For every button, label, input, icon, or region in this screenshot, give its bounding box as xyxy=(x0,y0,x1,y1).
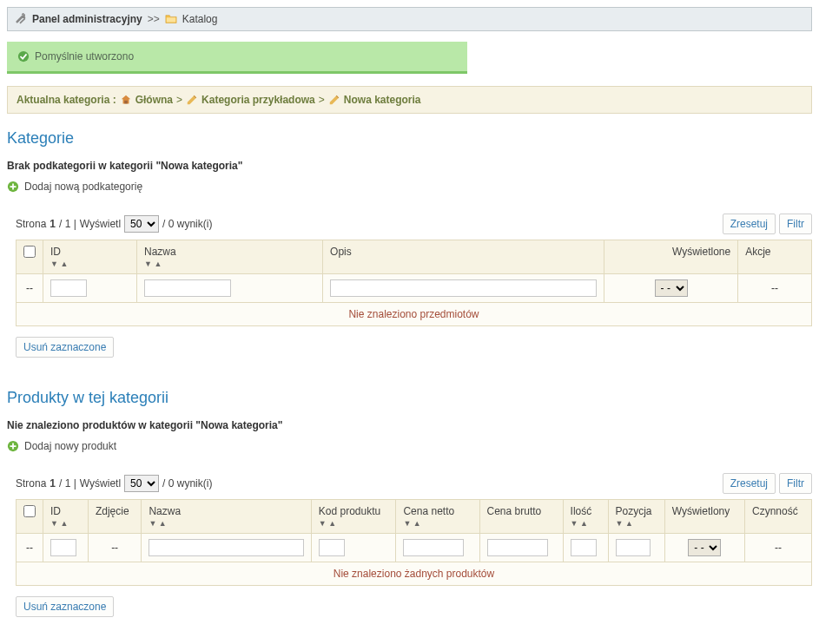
th-displayed: Wyświetlony xyxy=(664,500,744,534)
breadcrumb-title: Panel administracyjny xyxy=(32,13,142,25)
wrench-icon xyxy=(15,13,27,25)
categories-table: ID▼ ▲ Nazwa▼ ▲ Opis Wyświetlone Akcje --… xyxy=(16,240,812,326)
pager-page-num: 1 xyxy=(50,218,56,230)
category-sep: > xyxy=(319,94,325,106)
categories-pager: Strona 1 / 1 | Wyświetl 50 / 0 wynik(i) … xyxy=(16,214,812,234)
home-icon xyxy=(120,94,132,106)
th-photo: Zdjęcie xyxy=(88,500,141,534)
select-all-checkbox[interactable] xyxy=(23,246,36,258)
th-desc: Opis xyxy=(323,240,604,274)
pager-result-text: / 0 wynik(i) xyxy=(162,218,212,230)
categories-title: Kategorie xyxy=(7,129,812,148)
filter-pos-input[interactable] xyxy=(616,539,651,556)
th-id[interactable]: ID▼ ▲ xyxy=(43,240,137,274)
th-id[interactable]: ID▼ ▲ xyxy=(43,500,89,534)
pager-display-label: Wyświetl xyxy=(80,477,121,490)
th-actions: Czynność xyxy=(744,500,811,534)
categories-table-wrap: Strona 1 / 1 | Wyświetl 50 / 0 wynik(i) … xyxy=(16,214,812,326)
th-checkbox xyxy=(17,240,43,274)
add-icon xyxy=(7,181,19,193)
per-page-select[interactable]: 50 xyxy=(124,215,159,233)
svg-rect-1 xyxy=(124,101,128,104)
th-name[interactable]: Nazwa▼ ▲ xyxy=(142,500,311,534)
add-product-link[interactable]: Dodaj nowy produkt xyxy=(7,440,812,452)
success-message: Pomyślnie utworzono xyxy=(7,42,467,74)
select-all-checkbox[interactable] xyxy=(23,505,36,517)
edit-icon xyxy=(186,94,198,106)
th-name[interactable]: Nazwa▼ ▲ xyxy=(136,240,322,274)
breadcrumb-current[interactable]: Katalog xyxy=(182,13,218,25)
filter-dash: -- xyxy=(17,274,43,303)
filter-actions-dash: -- xyxy=(738,274,812,303)
filter-dash: -- xyxy=(17,534,43,562)
products-title: Produkty w tej kategorii xyxy=(7,389,812,407)
products-no-prod: Nie znaleziono produktów w kategorii "No… xyxy=(7,419,812,431)
categories-empty-text: Nie znaleziono przedmiotów xyxy=(17,303,812,326)
pager-display-label: Wyświetl xyxy=(80,218,121,230)
th-displayed: Wyświetlone xyxy=(604,240,737,274)
category-path: Aktualna kategoria : Główna > Kategoria … xyxy=(7,86,812,114)
delete-selected-categories-button[interactable]: Usuń zaznaczone xyxy=(16,337,114,358)
filter-desc-input[interactable] xyxy=(330,279,597,297)
category-link-home[interactable]: Główna xyxy=(135,94,173,106)
products-empty-text: Nie znaleziono żadnych produktów xyxy=(17,562,812,586)
th-gross: Cena brutto xyxy=(479,500,563,534)
products-filter-row: -- -- - - -- xyxy=(17,534,812,562)
th-code[interactable]: Kod produktu▼ ▲ xyxy=(311,500,396,534)
pager-page-label: Strona xyxy=(16,218,46,230)
th-qty[interactable]: Ilość▼ ▲ xyxy=(563,500,608,534)
pager-page-num: 1 xyxy=(50,477,56,490)
filter-name-input[interactable] xyxy=(144,279,231,297)
breadcrumb-separator: >> xyxy=(148,13,160,25)
filter-actions-dash: -- xyxy=(744,534,811,562)
add-product-label: Dodaj nowy produkt xyxy=(24,440,116,452)
products-pager: Strona 1 / 1 | Wyświetl 50 / 0 wynik(i) … xyxy=(16,473,812,494)
category-path-label: Aktualna kategoria : xyxy=(17,94,116,106)
th-actions: Akcje xyxy=(738,240,812,274)
products-table: ID▼ ▲ Zdjęcie Nazwa▼ ▲ Kod produktu▼ ▲ C… xyxy=(16,499,812,586)
filter-id-input[interactable] xyxy=(50,279,87,297)
categories-empty-row: Nie znaleziono przedmiotów xyxy=(17,303,812,326)
pager-page-total: / 1 | xyxy=(59,218,76,230)
add-icon xyxy=(7,440,19,452)
reset-button[interactable]: Zresetuj xyxy=(723,473,776,494)
filter-gross-input[interactable] xyxy=(487,539,548,556)
pager-page-total: / 1 | xyxy=(59,477,76,490)
products-empty-row: Nie znaleziono żadnych produktów xyxy=(17,562,812,586)
categories-no-sub: Brak podkategorii w kategorii "Nowa kate… xyxy=(7,160,812,172)
filter-photo-dash: -- xyxy=(88,534,141,562)
products-table-wrap: Strona 1 / 1 | Wyświetl 50 / 0 wynik(i) … xyxy=(16,473,812,586)
th-net[interactable]: Cena netto▼ ▲ xyxy=(396,500,479,534)
filter-button[interactable]: Filtr xyxy=(779,473,812,494)
filter-displayed-select[interactable]: - - xyxy=(655,279,688,297)
th-checkbox xyxy=(17,500,43,534)
th-pos[interactable]: Pozycja▼ ▲ xyxy=(608,500,664,534)
filter-qty-input[interactable] xyxy=(571,539,597,556)
filter-displayed-select[interactable]: - - xyxy=(688,539,721,556)
filter-net-input[interactable] xyxy=(403,539,464,556)
filter-id-input[interactable] xyxy=(50,539,76,556)
categories-filter-row: -- - - -- xyxy=(17,274,812,303)
edit-icon xyxy=(328,94,340,106)
breadcrumb-bar: Panel administracyjny >> Katalog xyxy=(7,7,812,31)
filter-name-input[interactable] xyxy=(149,539,303,556)
add-subcategory-link[interactable]: Dodaj nową podkategorię xyxy=(7,181,812,193)
filter-code-input[interactable] xyxy=(319,539,345,556)
delete-selected-products-button[interactable]: Usuń zaznaczone xyxy=(16,596,114,617)
pager-result-text: / 0 wynik(i) xyxy=(162,477,212,490)
pager-page-label: Strona xyxy=(16,477,46,490)
svg-point-0 xyxy=(18,51,29,62)
check-icon xyxy=(17,50,30,62)
reset-button[interactable]: Zresetuj xyxy=(723,214,776,234)
category-link-sample[interactable]: Kategoria przykładowa xyxy=(201,94,315,106)
success-text: Pomyślnie utworzono xyxy=(35,50,134,62)
category-sep: > xyxy=(176,94,182,106)
per-page-select[interactable]: 50 xyxy=(124,475,159,492)
add-subcategory-label: Dodaj nową podkategorię xyxy=(24,181,142,193)
filter-button[interactable]: Filtr xyxy=(779,214,812,234)
folder-icon xyxy=(165,13,177,25)
category-link-new[interactable]: Nowa kategoria xyxy=(344,94,421,106)
